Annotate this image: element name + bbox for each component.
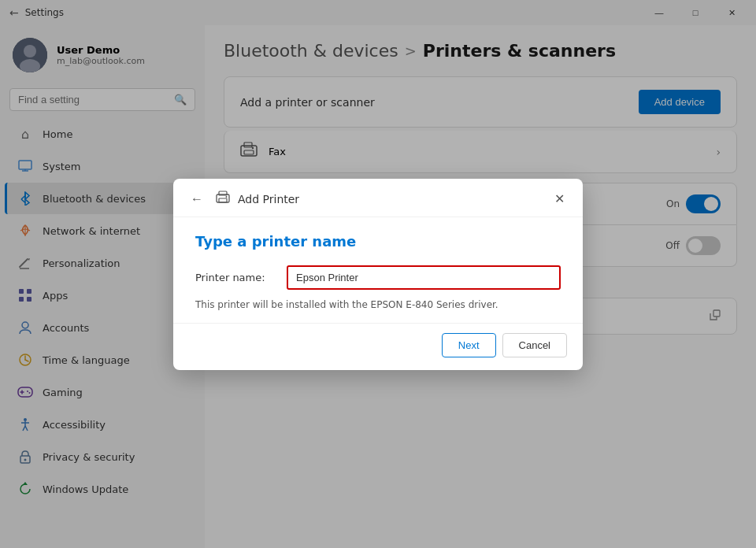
- form-row: Printer name:: [195, 265, 561, 290]
- svg-rect-39: [219, 198, 227, 202]
- dialog-back-button[interactable]: ←: [186, 191, 208, 208]
- dialog-title: Add Printer: [238, 193, 299, 206]
- svg-point-40: [226, 196, 228, 198]
- next-button[interactable]: Next: [442, 333, 496, 357]
- dialog-printer-icon: [216, 191, 230, 208]
- dialog-close-button[interactable]: ✕: [548, 188, 570, 210]
- dialog-heading: Type a printer name: [195, 233, 561, 250]
- dialog-title-left: ← Add Printer: [186, 191, 299, 208]
- printer-name-input[interactable]: [287, 265, 561, 290]
- dialog-body: Type a printer name Printer name: This p…: [173, 217, 583, 323]
- form-label: Printer name:: [195, 272, 274, 283]
- dialog-overlay: ← Add Printer ✕ Type a printer name Prin…: [0, 0, 756, 548]
- add-printer-dialog: ← Add Printer ✕ Type a printer name Prin…: [173, 179, 583, 370]
- cancel-button[interactable]: Cancel: [502, 333, 567, 357]
- dialog-titlebar: ← Add Printer ✕: [173, 179, 583, 217]
- dialog-footer: Next Cancel: [173, 323, 583, 370]
- form-hint: This printer will be installed with the …: [195, 299, 561, 310]
